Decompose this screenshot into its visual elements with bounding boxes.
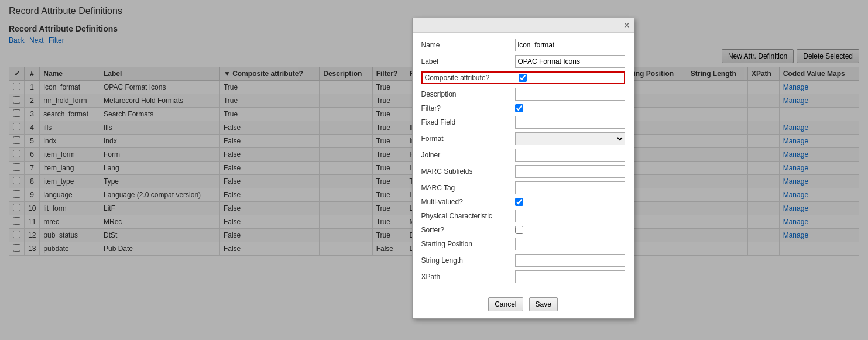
label-input[interactable] (515, 55, 625, 68)
string-length-input[interactable] (515, 254, 625, 256)
filter-row: Filter? (421, 104, 625, 112)
label-label: Label (421, 57, 515, 66)
edit-definition-modal: ✕ Name Label Composite attribute? Descri… (412, 18, 634, 256)
fixed-field-input[interactable] (515, 116, 625, 129)
physical-char-row: Physical Characteristic (421, 210, 625, 222)
marc-tag-row: MARC Tag (421, 181, 625, 194)
fixed-field-row: Fixed Field (421, 116, 625, 129)
description-label: Description (421, 90, 515, 98)
multi-valued-checkbox[interactable] (515, 198, 523, 206)
name-row: Name (421, 39, 625, 51)
multi-valued-row: Multi-valued? (421, 198, 625, 206)
marc-subfields-label: MARC Subfields (421, 167, 515, 176)
composite-row: Composite attribute? (421, 71, 625, 84)
modal-close-button[interactable]: ✕ (623, 20, 630, 30)
fixed-field-label: Fixed Field (421, 118, 515, 126)
modal-titlebar: ✕ (413, 18, 634, 33)
composite-label: Composite attribute? (425, 74, 519, 82)
string-length-row: String Length (421, 254, 625, 256)
description-input[interactable] (515, 88, 625, 101)
starting-pos-row: Starting Position (421, 238, 625, 250)
sorter-label: Sorter? (421, 226, 515, 234)
format-row: Format (421, 132, 625, 145)
name-label: Name (421, 41, 515, 49)
starting-pos-label: Starting Position (421, 240, 515, 248)
starting-pos-input[interactable] (515, 238, 625, 250)
marc-subfields-input[interactable] (515, 165, 625, 178)
joiner-row: Joiner (421, 149, 625, 162)
joiner-input[interactable] (515, 149, 625, 162)
description-row: Description (421, 88, 625, 101)
multi-valued-label: Multi-valued? (421, 198, 515, 206)
composite-checkbox[interactable] (519, 74, 527, 82)
physical-char-label: Physical Characteristic (421, 212, 515, 220)
format-label: Format (421, 135, 515, 143)
marc-subfields-row: MARC Subfields (421, 165, 625, 178)
label-row: Label (421, 55, 625, 68)
filter-label: Filter? (421, 104, 515, 112)
physical-char-input[interactable] (515, 210, 625, 222)
filter-checkbox[interactable] (515, 104, 523, 112)
sorter-checkbox[interactable] (515, 226, 523, 234)
format-select[interactable] (515, 132, 625, 145)
marc-tag-label: MARC Tag (421, 184, 515, 192)
joiner-label: Joiner (421, 151, 515, 159)
marc-tag-input[interactable] (515, 181, 625, 194)
sorter-row: Sorter? (421, 226, 625, 234)
name-input[interactable] (515, 39, 625, 51)
